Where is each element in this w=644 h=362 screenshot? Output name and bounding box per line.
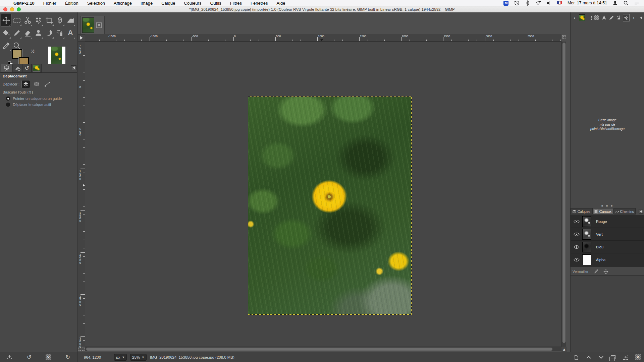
tool-text[interactable]: A: [65, 26, 76, 39]
close-image-icon[interactable]: ✕: [96, 22, 102, 28]
menu-calque[interactable]: Calque: [161, 1, 175, 6]
tool-scissors-select[interactable]: [22, 14, 33, 26]
menubar-clock[interactable]: Mer. 17 mars à 14:51: [568, 1, 607, 5]
menu-selection[interactable]: Sélection: [87, 1, 105, 6]
image-tab[interactable]: ✕: [80, 16, 105, 35]
dock-menu-icon[interactable]: [638, 14, 644, 21]
lower-channel-button[interactable]: [597, 354, 605, 361]
dock-tab-patterns[interactable]: [593, 14, 600, 21]
horizontal-ruler[interactable]: -1500 -1000 -500 0 500 1000 1500 2000 25…: [85, 34, 561, 42]
eye-icon[interactable]: [571, 258, 582, 262]
tab-undo-history[interactable]: ↺: [22, 64, 32, 72]
channel-row-rouge[interactable]: Rouge: [571, 215, 644, 228]
tab-canaux[interactable]: Canaux: [592, 208, 613, 215]
save-preset-button[interactable]: [6, 354, 13, 361]
tool-smudge[interactable]: [44, 26, 54, 39]
menu-fenetres[interactable]: Fenêtres: [251, 1, 268, 6]
menu-edition[interactable]: Édition: [65, 1, 78, 6]
tool-rectangle-select[interactable]: [11, 14, 22, 26]
raise-channel-button[interactable]: [585, 354, 592, 361]
eye-icon[interactable]: [571, 220, 582, 224]
tool-eraser[interactable]: [22, 26, 33, 39]
vertical-ruler[interactable]: -500 0 500 1000 1500 2000 2500 3000: [78, 42, 85, 347]
move-target-layer-button[interactable]: [21, 80, 30, 88]
horizontal-guide[interactable]: [85, 186, 561, 186]
time-machine-icon[interactable]: [514, 0, 520, 6]
menu-aide[interactable]: Aide: [276, 1, 285, 6]
dock-tab-pointer[interactable]: [601, 14, 607, 21]
swap-colors-icon[interactable]: ⤨: [31, 49, 34, 54]
channel-row-bleu[interactable]: Bleu: [571, 241, 644, 253]
reset-tool-button[interactable]: ↻: [64, 354, 71, 361]
tool-paintbrush[interactable]: [11, 26, 22, 39]
vertical-scrollbar[interactable]: [561, 42, 566, 347]
horizontal-scrollbar-thumb[interactable]: [86, 348, 552, 351]
zoom-dropdown[interactable]: 25%▼: [130, 354, 147, 361]
tool-bucket-fill[interactable]: [1, 26, 11, 39]
zoom-window-button[interactable]: [17, 7, 21, 11]
delete-channel-button[interactable]: ×: [634, 354, 642, 361]
menu-filtres[interactable]: Filtres: [230, 1, 242, 6]
tab-tool-options[interactable]: [1, 64, 13, 72]
quick-mask-button[interactable]: [78, 348, 85, 351]
ruler-corner-button[interactable]: [78, 34, 85, 42]
tool-warp-transform[interactable]: [65, 14, 76, 26]
channel-to-selection-button[interactable]: [622, 354, 629, 361]
bluetooth-icon[interactable]: [525, 0, 530, 6]
user-icon[interactable]: [612, 0, 618, 6]
keyboard-layout-fr-icon[interactable]: 123: [557, 1, 562, 5]
dock-splitter-handle[interactable]: ■ ■ ■: [571, 204, 644, 207]
lock-pixels-icon[interactable]: [594, 269, 599, 274]
unit-dropdown[interactable]: px▼: [114, 354, 127, 361]
menu-couleurs[interactable]: Couleurs: [184, 1, 201, 6]
window-titlebar[interactable]: *[IMG_20190624_153850.jpg copie] (import…: [0, 6, 644, 12]
tab-image-thumbnail[interactable]: [32, 64, 42, 72]
tool-airbrush[interactable]: [54, 26, 65, 39]
tool-clone[interactable]: [33, 26, 44, 39]
chevron-left-icon[interactable]: ‹: [571, 14, 578, 21]
close-window-button[interactable]: [3, 7, 7, 11]
horizontal-scrollbar[interactable]: [85, 347, 561, 351]
eye-icon[interactable]: [571, 245, 582, 249]
minimize-window-button[interactable]: [10, 7, 14, 11]
restore-preset-button[interactable]: ↺: [25, 354, 33, 361]
menu-outils[interactable]: Outils: [210, 1, 221, 6]
move-target-path-button[interactable]: [43, 80, 52, 88]
active-image-preview[interactable]: [48, 47, 65, 64]
airdrop-icon[interactable]: [536, 0, 541, 6]
dock-tab-image[interactable]: [579, 14, 585, 21]
menu-affichage[interactable]: Affichage: [114, 1, 132, 6]
app-menu[interactable]: GIMP-2.10: [13, 1, 35, 6]
vertical-scrollbar-thumb[interactable]: [562, 43, 566, 343]
menu-image[interactable]: Image: [141, 1, 153, 6]
dock-tab-colors[interactable]: [615, 14, 622, 21]
notification-center-icon[interactable]: [634, 0, 639, 6]
dock-tab-selection[interactable]: [586, 14, 593, 21]
spotlight-icon[interactable]: [623, 0, 629, 6]
vertical-guide[interactable]: [322, 42, 322, 347]
eye-icon[interactable]: [571, 232, 582, 236]
channel-row-alpha[interactable]: Alpha: [571, 253, 644, 266]
tool-color-picker[interactable]: [1, 39, 11, 52]
tool-unified-transform[interactable]: [54, 14, 65, 26]
tab-calques[interactable]: Calques: [571, 208, 592, 215]
radio-pick-layer-guide[interactable]: Pointer un calque ou un guide: [6, 97, 77, 101]
channel-row-vert[interactable]: Vert: [571, 228, 644, 241]
tab-chemins[interactable]: Chemins: [613, 208, 636, 215]
new-channel-button[interactable]: [573, 354, 580, 361]
photo-buttercup[interactable]: [248, 97, 411, 314]
volume-icon[interactable]: [546, 0, 552, 6]
chevron-right-icon[interactable]: ›: [630, 14, 637, 21]
menu-fichier[interactable]: Fichier: [43, 1, 56, 6]
lock-position-icon[interactable]: [603, 269, 608, 274]
tool-select-by-color[interactable]: [33, 14, 44, 26]
channels-menu-icon[interactable]: [639, 209, 643, 214]
tool-move[interactable]: [1, 14, 11, 26]
dock-tab-sample-points[interactable]: 1: [623, 14, 630, 21]
dock-tab-brush[interactable]: [608, 14, 615, 21]
tool-crop[interactable]: [44, 14, 54, 26]
vertical-guide-marker[interactable]: [320, 39, 323, 41]
horizontal-guide-marker[interactable]: [83, 184, 85, 187]
radio-move-active-layer[interactable]: Déplacer le calque actif: [6, 103, 77, 107]
duplicate-channel-button[interactable]: [609, 354, 617, 361]
